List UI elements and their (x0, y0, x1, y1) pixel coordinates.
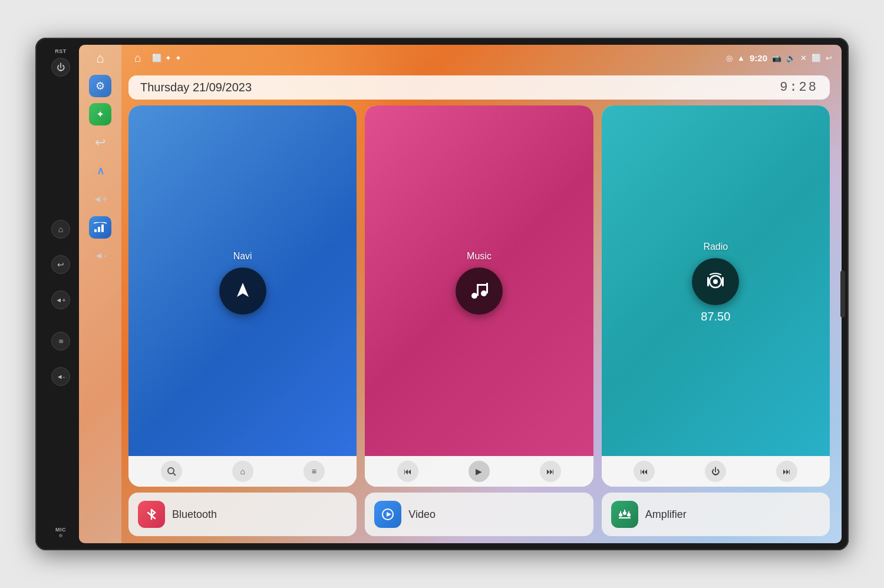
volume-icon: 🔈 (786, 54, 796, 62)
radio-card-main: Radio 87.50 (602, 105, 830, 456)
sidebar-carplay-button[interactable]: ✦ (89, 103, 111, 125)
left-physical-controls: RST ⏻ ⌂ ↩ ◄+ ≋ ◄- MIC (42, 45, 79, 543)
status-left: ⌂ ⬜ ✦ ✦ (128, 48, 182, 67)
mic-label: MIC (55, 527, 66, 533)
music-next-button[interactable]: ⏭ (540, 461, 561, 482)
svg-marker-15 (387, 512, 391, 517)
svg-rect-1 (98, 227, 100, 232)
music-prev-button[interactable]: ⏮ (397, 461, 418, 482)
amplifier-button[interactable]: Amplifier (602, 493, 830, 536)
radio-power-button[interactable]: ⏻ (705, 461, 726, 482)
svg-point-5 (471, 293, 477, 299)
status-home-icon[interactable]: ⌂ (128, 48, 147, 67)
navi-card[interactable]: Navi (128, 105, 357, 487)
screen-sidebar: ⌂ ⚙ ✦ ↩ ∧ ◄+ ◄- (79, 45, 121, 543)
bottom-row: Bluetooth Video (128, 493, 830, 536)
amplifier-label: Amplifier (645, 508, 687, 521)
wifi-button[interactable]: ≋ (51, 332, 70, 351)
sidebar-vol-up-button[interactable]: ◄+ (89, 188, 111, 210)
radio-prev-button[interactable]: ⏮ (634, 461, 655, 482)
navi-card-main: Navi (128, 105, 357, 456)
vol-down-button[interactable]: ◄- (51, 367, 70, 386)
usb-icon-status: ✦ (175, 54, 182, 62)
svg-point-11 (713, 279, 718, 284)
svg-point-19 (624, 512, 626, 514)
sidebar-home-icon[interactable]: ⌂ (96, 51, 104, 66)
camera-icon: 📷 (772, 54, 781, 62)
svg-point-6 (481, 290, 487, 296)
power-button[interactable]: ⏻ (51, 58, 70, 77)
radio-icon (692, 258, 739, 305)
svg-point-3 (168, 468, 174, 474)
bluetooth-button[interactable]: Bluetooth (128, 493, 357, 536)
svg-rect-13 (722, 277, 724, 286)
radio-card[interactable]: Radio 87.50 (602, 105, 830, 487)
back-icon-status: ↩ (826, 54, 832, 62)
rst-label: RST (55, 48, 67, 54)
svg-line-4 (173, 473, 176, 475)
music-icon (456, 267, 503, 315)
video-label: Video (408, 508, 436, 521)
radio-label: Radio (703, 242, 728, 252)
location-icon: ◎ (726, 54, 733, 62)
music-label: Music (467, 251, 492, 262)
bluetooth-label: Bluetooth (172, 508, 217, 521)
bluetooth-icon (138, 501, 165, 528)
radio-next-button[interactable]: ⏭ (776, 461, 797, 482)
back-button-physical[interactable]: ↩ (51, 255, 70, 274)
sidebar-wifi-button[interactable] (89, 216, 111, 239)
music-controls: ⏮ ▶ ⏭ (365, 456, 593, 487)
svg-rect-0 (94, 229, 97, 232)
video-icon (374, 501, 401, 528)
status-right: ◎ ▲ 9:20 📷 🔈 ✕ ⬜ ↩ (726, 53, 832, 63)
screen-icon: ⬜ (152, 54, 161, 62)
home-button[interactable]: ⌂ (51, 220, 70, 239)
navi-label: Navi (233, 251, 252, 262)
sidebar-cardo-button[interactable]: ∧ (89, 160, 111, 182)
vol-up-button[interactable]: ◄+ (51, 290, 70, 309)
clock-display: 9:28 (780, 80, 818, 95)
video-button[interactable]: Video (365, 493, 593, 536)
app-cards-row: Navi (128, 105, 830, 487)
navi-home-button[interactable]: ⌂ (232, 461, 253, 482)
svg-rect-2 (101, 224, 104, 232)
svg-rect-12 (707, 277, 709, 286)
amplifier-icon (611, 501, 638, 528)
svg-point-17 (619, 514, 622, 516)
sidebar-back-button[interactable]: ↩ (89, 131, 111, 154)
close-icon: ✕ (800, 54, 807, 62)
music-card[interactable]: Music (365, 105, 593, 487)
svg-rect-9 (477, 284, 488, 286)
date-display: Thursday 21/09/2023 (140, 81, 252, 94)
sidebar-settings-button[interactable]: ⚙ (89, 75, 111, 97)
date-time-bar: Thursday 21/09/2023 9:28 (128, 75, 830, 100)
sidebar-vol-down-button[interactable]: ◄- (89, 245, 111, 267)
music-play-button[interactable]: ▶ (469, 461, 490, 482)
car-unit: RST ⏻ ⌂ ↩ ◄+ ≋ ◄- MIC ⌂ ⚙ ✦ ↩ ∧ (35, 38, 849, 550)
status-icons: ⬜ ✦ ✦ (152, 54, 182, 62)
bluetooth-icon-status: ✦ (165, 54, 171, 62)
navi-icon (219, 267, 266, 315)
radio-controls: ⏮ ⏻ ⏭ (602, 456, 830, 487)
fullscreen-icon: ⬜ (812, 54, 821, 62)
status-time: 9:20 (750, 53, 767, 63)
svg-point-21 (628, 514, 630, 516)
main-content: Thursday 21/09/2023 9:28 Navi (79, 71, 842, 543)
navi-search-button[interactable] (161, 461, 182, 482)
navi-controls: ⌂ ≡ (128, 456, 357, 487)
music-card-main: Music (365, 105, 593, 456)
wifi-status-icon: ▲ (737, 54, 745, 62)
radio-frequency: 87.50 (701, 310, 730, 323)
screen: ⌂ ⚙ ✦ ↩ ∧ ◄+ ◄- (79, 45, 842, 543)
navi-list-button[interactable]: ≡ (304, 461, 325, 482)
status-bar: ⌂ ⬜ ✦ ✦ ◎ ▲ 9:20 📷 🔈 ✕ ⬜ ↩ (79, 45, 842, 71)
